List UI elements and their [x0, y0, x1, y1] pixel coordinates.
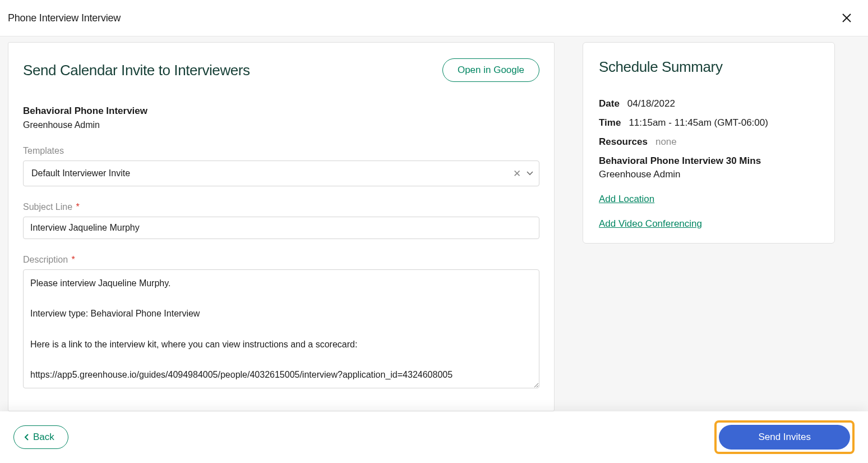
summary-interview-title: Behavioral Phone Interview 30 Mins: [599, 155, 819, 167]
chevron-left-icon: [24, 433, 30, 441]
page-header: Phone Interview Interview: [0, 0, 868, 36]
invite-card: Send Calendar Invite to Interviewers Ope…: [8, 42, 555, 411]
back-button-label: Back: [33, 432, 54, 443]
back-button[interactable]: Back: [13, 425, 68, 449]
subject-input[interactable]: [23, 217, 539, 239]
invite-card-header: Send Calendar Invite to Interviewers Ope…: [23, 58, 539, 82]
templates-select-actions: ✕: [512, 168, 533, 180]
footer-bar: Back Send Invites: [0, 411, 868, 463]
send-invites-highlight: Send Invites: [714, 420, 855, 454]
summary-date-value: 04/18/2022: [627, 98, 675, 109]
summary-time-row: Time 11:15am - 11:45am (GMT-06:00): [599, 117, 819, 129]
close-icon: [841, 12, 852, 24]
summary-time-value: 11:15am - 11:45am (GMT-06:00): [629, 117, 768, 129]
schedule-summary-card: Schedule Summary Date 04/18/2022 Time 11…: [583, 42, 835, 244]
description-label-text: Description: [23, 255, 68, 264]
clear-icon: ✕: [513, 168, 521, 179]
summary-resources-value: none: [655, 136, 677, 148]
page-title: Phone Interview Interview: [8, 12, 121, 24]
required-asterisk: *: [73, 202, 80, 212]
summary-interview-block: Behavioral Phone Interview 30 Mins Green…: [599, 155, 819, 180]
description-label: Description *: [23, 255, 539, 265]
templates-label: Templates: [23, 146, 539, 156]
chevron-down-icon: [527, 171, 533, 176]
templates-select-value: Default Interviewer Invite: [31, 168, 505, 178]
required-asterisk: *: [69, 255, 75, 264]
description-textarea[interactable]: [23, 269, 539, 388]
summary-time-label: Time: [599, 117, 621, 129]
interview-name: Behavioral Phone Interview: [23, 106, 539, 117]
open-in-google-button[interactable]: Open in Google: [442, 58, 539, 82]
close-button[interactable]: [839, 10, 855, 26]
summary-resources-label: Resources: [599, 136, 648, 148]
invite-card-title: Send Calendar Invite to Interviewers: [23, 62, 250, 79]
content-area: Send Calendar Invite to Interviewers Ope…: [0, 36, 868, 411]
subject-label: Subject Line *: [23, 202, 539, 212]
interview-admin: Greenhouse Admin: [23, 120, 539, 130]
subject-label-text: Subject Line: [23, 202, 72, 212]
templates-clear-button[interactable]: ✕: [512, 168, 522, 180]
add-video-conferencing-link[interactable]: Add Video Conferencing: [599, 218, 702, 230]
add-location-link[interactable]: Add Location: [599, 194, 654, 205]
send-invites-button[interactable]: Send Invites: [719, 425, 850, 450]
schedule-summary-title: Schedule Summary: [599, 58, 819, 76]
templates-select[interactable]: Default Interviewer Invite ✕: [23, 161, 539, 186]
summary-date-label: Date: [599, 98, 620, 109]
summary-interview-sub: Greenhouse Admin: [599, 169, 819, 180]
summary-resources-row: Resources none: [599, 136, 819, 148]
summary-date-row: Date 04/18/2022: [599, 98, 819, 109]
